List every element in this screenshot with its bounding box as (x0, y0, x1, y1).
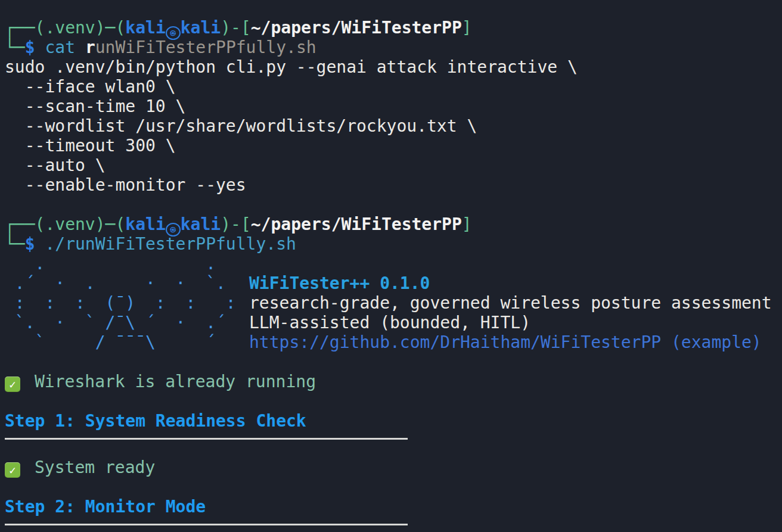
rule-row (5, 524, 782, 532)
section-rule (5, 438, 408, 440)
command-cat-arg-typed: r (85, 38, 95, 57)
prompt-separator-bracket: )-[ (221, 18, 251, 38)
banner-art: .´ · . · · `. (5, 273, 249, 293)
prompt-bracket-close: ] (462, 214, 472, 234)
prompt-1-input: └─$ cat runWiFiTesterPPfully.sh (5, 38, 782, 57)
terminal-window[interactable]: ┌──(.venv)─(kali㉿kali)-[~/papers/WiFiTes… (0, 0, 782, 532)
blank-line (5, 195, 782, 214)
banner-art-row: .´ · . · · `.WiFiTester++ 0.1.0 (5, 273, 782, 293)
prompt-1-header: ┌──(.venv)─(kali㉿kali)-[~/papers/WiFiTes… (5, 18, 782, 38)
prompt-bracket-close: ] (462, 18, 472, 38)
prompt-frame-open: ┌──( (5, 214, 45, 234)
command-run-script: ./runWiFiTesterPPfully.sh (35, 234, 296, 254)
prompt-separator-bracket: )-[ (221, 214, 251, 234)
banner-art: ` / ¯¯¯\ ´ (5, 332, 249, 352)
script-line: --iface wlan0 \ (5, 77, 782, 97)
step-1-heading: Step 1: System Readiness Check (5, 411, 782, 431)
prompt-dollar: $ (25, 234, 35, 254)
check-icon: ✓ (5, 377, 20, 392)
banner-url: https://github.com/DrHaitham/WiFiTesterP… (249, 332, 762, 352)
command-cat-arg-rest: unWiFiTesterPPfully.sh (95, 38, 316, 57)
banner-title: WiFiTester++ 0.1.0 (249, 273, 430, 293)
venv-badge: .venv (45, 18, 95, 38)
prompt-separator: )─( (95, 18, 126, 38)
step-2-heading: Step 2: Monitor Mode (5, 497, 782, 517)
banner-art-row: `. · ` /¯\ ´ · .´LLM-assisted (bounded, … (5, 313, 782, 332)
script-line: sudo .venv/bin/python cli.py --genai att… (5, 57, 782, 77)
prompt-dollar: $ (25, 38, 35, 57)
prompt-host: kali (181, 214, 221, 234)
banner-art-row: . . (5, 254, 782, 273)
blank-line (5, 352, 782, 372)
command-cat: cat (35, 38, 85, 57)
blank-line (5, 391, 782, 411)
script-line: --scan-time 10 \ (5, 97, 782, 116)
venv-badge: .venv (45, 214, 95, 234)
prompt-frame-bottom: └─ (5, 234, 25, 254)
blank-line (5, 477, 782, 497)
banner-tagline: research-grade, governed wireless postur… (249, 293, 772, 313)
cwd-path: ~/papers/WiFiTesterPP (251, 214, 462, 234)
prompt-2-input: └─$ ./runWiFiTesterPPfully.sh (5, 234, 782, 254)
prompt-frame-open: ┌──( (5, 18, 45, 38)
status-wireshark: Wireshark is already running (35, 372, 316, 391)
prompt-separator: )─( (95, 214, 126, 234)
prompt-user: kali (125, 214, 165, 234)
rule-row (5, 438, 782, 458)
banner-art: `. · ` /¯\ ´ · .´ (5, 313, 249, 332)
prompt-host: kali (181, 18, 221, 38)
prompt-frame-bottom: └─ (5, 38, 25, 57)
banner-subtitle: LLM-assisted (bounded, HITL) (249, 313, 530, 332)
status-system-ready: System ready (35, 458, 155, 477)
script-line: --timeout 300 \ (5, 136, 782, 155)
script-line: --enable-monitor --yes (5, 175, 782, 195)
status-system-row: ✓System ready (5, 458, 782, 477)
cwd-path: ~/papers/WiFiTesterPP (251, 18, 462, 38)
section-rule (5, 524, 408, 525)
check-icon: ✓ (5, 462, 20, 478)
prompt-user: kali (125, 18, 165, 38)
script-line: --wordlist /usr/share/wordlists/rockyou.… (5, 116, 782, 136)
banner-art: : : : (¯) : : : (5, 293, 249, 313)
prompt-2-header: ┌──(.venv)─(kali㉿kali)-[~/papers/WiFiTes… (5, 214, 782, 234)
banner-art: . . (5, 254, 249, 273)
script-line: --auto \ (5, 155, 782, 175)
status-wireshark-row: ✓Wireshark is already running (5, 372, 782, 391)
banner-art-row: ` / ¯¯¯\ ´https://github.com/DrHaitham/W… (5, 332, 782, 352)
banner-art-row: : : : (¯) : : :research-grade, governed … (5, 293, 782, 313)
